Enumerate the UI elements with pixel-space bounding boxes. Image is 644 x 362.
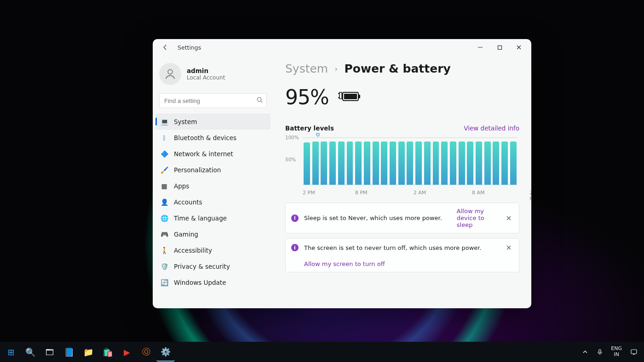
chart-bar [398,141,405,185]
search-icon: 🔍 [25,347,35,357]
desktop: Settings [0,0,644,362]
info-icon: i [291,244,299,251]
privacy-icon: 🛡️ [160,262,168,271]
profile-name: admin [187,67,225,74]
taskbar-start-button[interactable]: ⊞ [2,343,20,361]
sidebar-item-apps[interactable]: ▦Apps [155,178,270,194]
sidebar: admin Local Account 💻SystemᛒBluetooth & … [153,56,273,308]
tray-overflow-button[interactable] [579,343,592,361]
chart-bar [373,141,379,185]
taskbar-office-button[interactable]: Ⓞ [137,343,155,361]
chart-bar [390,141,396,185]
sidebar-item-time[interactable]: 🌐Time & language [155,210,270,226]
settings-icon: ⚙️ [161,347,171,356]
notice-link[interactable]: Allow my device to sleep [457,208,499,228]
chart-bar [321,141,327,185]
breadcrumb-current: Power & battery [344,62,450,75]
minimize-button[interactable] [471,40,490,54]
battery-chart: 100% 50% [285,135,519,185]
notice-close-button[interactable] [504,214,513,223]
profile-block[interactable]: admin Local Account [153,59,273,91]
chart-bar [347,141,353,185]
back-button[interactable] [159,41,171,53]
microphone-icon [597,349,603,355]
view-detailed-info-link[interactable]: View detailed info [464,124,519,132]
chart-bar [304,142,310,185]
chart-xtick: 2 PM [303,190,315,196]
notifications-button[interactable] [627,343,640,361]
window-controls [471,40,529,54]
chart-bar [415,141,422,185]
taskbar-settings-button[interactable]: ⚙️ [156,342,175,362]
sidebar-item-update[interactable]: 🔄Windows Update [155,274,270,290]
chart-bar [312,141,319,185]
notice-close-button[interactable] [504,243,513,252]
taskbar-search-button[interactable]: 🔍 [21,343,40,361]
taskbar-store-button[interactable]: 🛍️ [98,343,117,361]
svg-rect-7 [344,94,357,99]
chart-bar [476,141,482,185]
settings-window: Settings [153,39,531,308]
accounts-icon: 👤 [160,198,168,206]
sidebar-item-accessibility[interactable]: 🚶Accessibility [155,242,270,258]
taskbar-explorer-button[interactable]: 📁 [79,343,98,361]
arrow-left-icon [161,44,169,51]
personalization-icon: 🖌️ [160,166,168,174]
breadcrumb: System › Power & battery [285,62,519,75]
sidebar-item-label: Accessibility [174,247,212,254]
sidebar-item-gaming[interactable]: 🎮Gaming [155,226,270,242]
search-box[interactable] [159,93,267,108]
notice-link[interactable]: Allow my screen to turn off [304,260,385,267]
main-content: System › Power & battery 95% [273,56,531,308]
sidebar-item-label: Windows Update [174,279,226,286]
maximize-button[interactable] [490,40,509,54]
taskbar-tasks-button[interactable]: 🗔 [40,343,59,361]
svg-rect-8 [599,350,601,353]
chart-plot [303,137,518,185]
chart-header: Battery levels View detailed info [285,124,519,132]
network-icon: 🔷 [160,150,168,158]
notice-text: Sleep is set to Never, which uses more p… [304,215,442,221]
chart-bar [381,141,387,185]
close-icon [506,215,512,221]
app-title: Settings [178,44,201,51]
store-icon: 🛍️ [103,347,113,357]
avatar [159,63,181,85]
language-bottom: IN [611,352,622,358]
chart-bar [467,141,473,185]
chart-bar [433,141,439,185]
close-button[interactable] [509,40,529,54]
person-icon [164,68,177,80]
search-icon [256,96,263,103]
gaming-icon: 🎮 [160,230,168,238]
accessibility-icon: 🚶 [160,246,168,255]
language-switcher[interactable]: ENG IN [608,344,625,359]
start-icon: ⊞ [7,347,14,357]
profile-subtitle: Local Account [187,74,225,81]
info-icon: i [291,215,299,222]
chart-xtick: 2 AM [414,190,426,196]
close-icon [506,245,512,250]
youtube-icon: ▶ [124,347,130,357]
sidebar-item-privacy[interactable]: 🛡️Privacy & security [155,258,270,274]
battery-charging-icon [336,91,361,103]
chart-ylabel-50: 50% [285,157,296,162]
svg-point-3 [257,97,261,101]
power-notice: iSleep is set to Never, which uses more … [285,203,519,233]
sidebar-item-personalization[interactable]: 🖌️Personalization [155,162,270,178]
sidebar-item-system[interactable]: 💻System [155,113,270,130]
breadcrumb-parent[interactable]: System [285,62,328,75]
sidebar-item-label: Personalization [174,166,221,174]
svg-point-2 [168,69,172,74]
microphone-button[interactable] [594,343,605,361]
battery-hero: 95% [285,85,519,109]
sidebar-item-bluetooth[interactable]: ᛒBluetooth & devices [155,130,270,146]
search-input[interactable] [159,93,267,108]
taskbar-youtube-button[interactable]: ▶ [118,343,136,361]
sidebar-item-network[interactable]: 🔷Network & internet [155,146,270,162]
chevron-right-icon: › [334,64,338,74]
chart-bar [459,141,465,185]
sidebar-item-accounts[interactable]: 👤Accounts [155,194,270,210]
chart-bar [407,141,413,185]
taskbar-edge-button[interactable]: 📘 [60,343,78,361]
